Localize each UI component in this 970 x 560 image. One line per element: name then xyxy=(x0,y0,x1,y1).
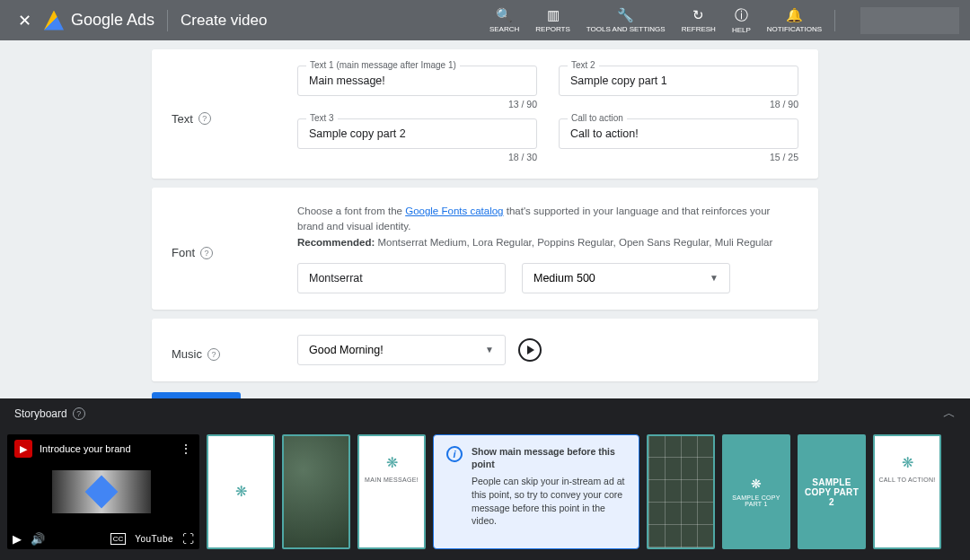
logo: Google Ads xyxy=(44,11,154,31)
account-block[interactable] xyxy=(860,7,959,34)
play-icon[interactable]: ▶ xyxy=(13,532,22,546)
divider xyxy=(167,10,168,31)
music-card: Music ? Good Morning! ▼ xyxy=(152,319,818,381)
brand-logo-icon: ❋ xyxy=(751,477,762,491)
storyboard-title: Storyboard ? xyxy=(14,407,85,420)
video-thumbnail xyxy=(52,470,151,513)
bell-icon: 🔔 xyxy=(786,7,803,23)
reports-tool[interactable]: ▥REPORTS xyxy=(535,7,570,33)
cta-input[interactable] xyxy=(559,118,798,149)
text-label: Text ? xyxy=(172,66,297,162)
cc-icon[interactable]: CC xyxy=(110,533,127,545)
storyboard-info-callout: i Show main message before this point Pe… xyxy=(433,434,639,549)
storyboard-video-preview[interactable]: ▶ Introduce your brand ⋮ ▶ 🔊 CC YouTube … xyxy=(7,434,199,549)
text1-field: Text 1 (main message after Image 1) xyxy=(297,66,537,96)
refresh-icon: ↻ xyxy=(692,7,704,23)
font-description: Choose a font from the Google Fonts cata… xyxy=(297,204,798,250)
play-button[interactable] xyxy=(518,338,542,362)
help-icon[interactable]: ? xyxy=(198,112,211,125)
page-title: Create video xyxy=(181,12,267,30)
text-card: Text ? Text 1 (main message after Image … xyxy=(152,49,818,179)
text2-input[interactable] xyxy=(559,66,798,96)
font-family-input[interactable] xyxy=(297,263,506,293)
search-tool[interactable]: 🔍SEARCH xyxy=(489,7,519,33)
storyboard-frame-5[interactable]: ❋ SAMPLE COPY PART 1 xyxy=(722,434,790,549)
video-title: Introduce your brand xyxy=(40,443,172,454)
storyboard-panel: Storyboard ? ︿ ▶ Introduce your brand ⋮ … xyxy=(0,398,970,560)
fullscreen-icon[interactable]: ⛶ xyxy=(182,532,194,546)
refresh-tool[interactable]: ↻REFRESH xyxy=(682,7,716,33)
collapse-icon[interactable]: ︿ xyxy=(943,406,956,422)
text3-field: Text 3 xyxy=(297,118,537,149)
help-tool[interactable]: ⓘHELP xyxy=(732,7,751,34)
help-icon[interactable]: ? xyxy=(207,348,220,361)
google-fonts-link[interactable]: Google Fonts catalog xyxy=(405,206,503,216)
close-icon[interactable]: ✕ xyxy=(11,7,39,34)
brand-logo-icon: ❋ xyxy=(359,454,424,471)
cta-count: 15 / 25 xyxy=(559,152,798,162)
frame-main-text: MAIN MESSAGE! xyxy=(359,477,424,483)
volume-icon[interactable]: 🔊 xyxy=(31,532,45,546)
main-content: Text ? Text 1 (main message after Image … xyxy=(0,40,970,421)
font-weight-select[interactable]: Medium 500 ▼ xyxy=(522,263,730,293)
text2-field: Text 2 xyxy=(559,66,798,96)
storyboard-frame-6[interactable]: SAMPLE COPY PART 2 xyxy=(798,434,866,549)
youtube-label[interactable]: YouTube xyxy=(135,534,173,544)
header-tools: 🔍SEARCH ▥REPORTS 🔧TOOLS AND SETTINGS ↻RE… xyxy=(489,7,822,34)
storyboard-frame-7[interactable]: ❋ CALL TO ACTION! xyxy=(873,434,941,549)
wrench-icon: 🔧 xyxy=(617,7,634,23)
reports-icon: ▥ xyxy=(547,7,560,23)
frame-copy1-text: SAMPLE COPY PART 1 xyxy=(724,494,789,507)
frame-copy2-text: SAMPLE COPY PART 2 xyxy=(799,477,864,507)
storyboard-frame-4[interactable] xyxy=(647,434,715,549)
notifications-tool[interactable]: 🔔NOTIFICATIONS xyxy=(767,7,822,33)
text1-label: Text 1 (main message after Image 1) xyxy=(306,60,460,70)
text2-count: 18 / 90 xyxy=(559,99,798,109)
text3-input[interactable] xyxy=(297,118,537,149)
kebab-icon[interactable]: ⋮ xyxy=(180,442,192,456)
chevron-down-icon: ▼ xyxy=(485,345,494,354)
divider xyxy=(834,10,835,31)
brand-text: Google Ads xyxy=(71,11,154,30)
text2-label: Text 2 xyxy=(568,60,599,70)
text3-count: 18 / 30 xyxy=(297,152,537,162)
text1-count: 13 / 90 xyxy=(297,99,537,109)
music-label: Music ? xyxy=(172,335,297,365)
text3-label: Text 3 xyxy=(306,113,338,123)
storyboard-frame-3[interactable]: ❋ MAIN MESSAGE! xyxy=(357,434,426,549)
search-icon: 🔍 xyxy=(496,7,513,23)
help-icon: ⓘ xyxy=(735,7,748,24)
cta-field: Call to action xyxy=(559,118,798,149)
info-icon: i xyxy=(446,446,463,462)
brand-logo-icon: ❋ xyxy=(208,483,273,500)
storyboard-frame-2[interactable] xyxy=(282,434,350,549)
play-icon xyxy=(527,346,534,354)
music-track-select[interactable]: Good Morning! ▼ xyxy=(297,335,506,365)
storyboard-strip: ▶ Introduce your brand ⋮ ▶ 🔊 CC YouTube … xyxy=(0,429,970,555)
frame-cta-text: CALL TO ACTION! xyxy=(875,477,939,483)
ads-logo-icon xyxy=(44,11,64,31)
text1-input[interactable] xyxy=(297,66,537,96)
help-icon[interactable]: ? xyxy=(200,247,213,259)
info-title: Show main message before this point xyxy=(472,446,626,470)
brand-logo-icon: ❋ xyxy=(875,454,939,471)
app-header: ✕ Google Ads Create video 🔍SEARCH ▥REPOR… xyxy=(0,0,970,40)
chevron-down-icon: ▼ xyxy=(710,273,719,283)
help-icon[interactable]: ? xyxy=(73,407,85,420)
cta-label: Call to action xyxy=(568,113,627,123)
info-text: People can skip your in-stream ad at thi… xyxy=(472,475,626,528)
font-card: Font ? Choose a font from the Google Fon… xyxy=(152,188,818,310)
font-label: Font ? xyxy=(172,204,297,293)
storyboard-frame-1[interactable]: ❋ xyxy=(207,434,275,549)
tools-settings-tool[interactable]: 🔧TOOLS AND SETTINGS xyxy=(586,7,666,33)
youtube-badge-icon: ▶ xyxy=(14,440,32,458)
